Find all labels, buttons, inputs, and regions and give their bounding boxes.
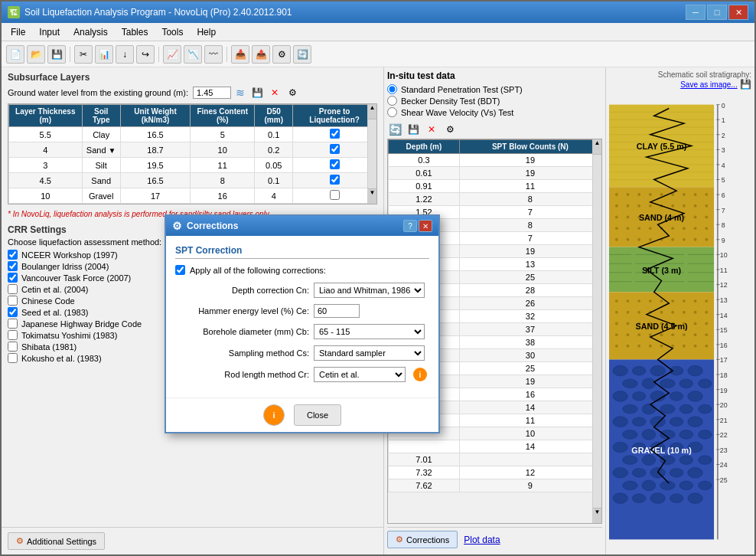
cell-soil-type[interactable]: Sand ▼	[82, 142, 120, 158]
cell-unit-weight[interactable]: 18.7	[120, 142, 190, 158]
dialog-help-btn[interactable]: i	[263, 404, 285, 426]
toolbar-import[interactable]: 📥	[231, 45, 249, 64]
spt-n-6[interactable]: 7	[459, 232, 601, 245]
spt-depth-23[interactable]: 7.01	[389, 453, 460, 466]
spt-n-12[interactable]: 32	[459, 310, 601, 323]
crr-checkbox-9[interactable]	[8, 353, 18, 363]
spt-n-8[interactable]: 13	[459, 258, 601, 271]
dialog-close-x-button[interactable]: ✕	[419, 220, 432, 232]
cell-fines[interactable]: 11	[191, 158, 255, 173]
spt-n-23[interactable]	[459, 453, 601, 466]
dialog-depth-select[interactable]: Liao and Whitman, 1986 Kayen et al., 199…	[314, 283, 425, 298]
dialog-help-button[interactable]: ?	[403, 220, 417, 232]
spt-n-11[interactable]: 26	[459, 297, 601, 310]
cell-prone[interactable]	[293, 188, 376, 204]
cell-prone[interactable]	[293, 158, 376, 173]
crr-checkbox-0[interactable]	[8, 250, 18, 260]
crr-checkbox-5[interactable]	[8, 307, 18, 317]
cell-unit-weight[interactable]: 19.5	[120, 158, 190, 173]
toolbar-chart[interactable]: 📈	[163, 45, 181, 64]
test-radio-2[interactable]	[387, 107, 397, 117]
cell-d50[interactable]: 0.2	[255, 142, 293, 158]
spt-delete-icon[interactable]: ✕	[424, 122, 439, 137]
cell-d50[interactable]: 0.1	[255, 127, 293, 142]
spt-n-4[interactable]: 7	[459, 206, 601, 219]
dialog-apply-checkbox[interactable]	[175, 265, 185, 275]
cell-fines[interactable]: 10	[191, 142, 255, 158]
dialog-hammer-input[interactable]	[314, 304, 360, 318]
water-save-icon[interactable]: 💾	[249, 85, 265, 100]
cell-thickness[interactable]: 3	[9, 158, 83, 173]
toolbar-cut[interactable]: ✂	[74, 45, 93, 64]
toolbar-new[interactable]: 📄	[6, 45, 24, 64]
spt-depth-3[interactable]: 1.22	[389, 193, 460, 206]
toolbar-open[interactable]: 📂	[27, 45, 45, 64]
toolbar-arrow-right[interactable]: ↪	[136, 45, 155, 64]
cell-fines[interactable]: 8	[191, 173, 255, 188]
toolbar-graph[interactable]: 📊	[95, 45, 113, 64]
crr-checkbox-6[interactable]	[8, 319, 18, 329]
cell-soil-type[interactable]: Clay	[82, 127, 120, 142]
spt-depth-1[interactable]: 0.61	[389, 167, 460, 180]
spt-n-14[interactable]: 38	[459, 336, 601, 349]
spt-depth-24[interactable]: 7.32	[389, 466, 460, 479]
crr-checkbox-1[interactable]	[8, 261, 18, 271]
cell-unit-weight[interactable]: 17	[120, 188, 190, 204]
spt-n-7[interactable]: 19	[459, 245, 601, 258]
spt-n-0[interactable]: 19	[459, 154, 601, 167]
menu-tools[interactable]: Tools	[155, 25, 189, 39]
cell-soil-type[interactable]: Silt	[82, 158, 120, 173]
spt-depth-22[interactable]	[389, 440, 460, 453]
cell-thickness[interactable]: 4.5	[9, 173, 83, 188]
menu-tables[interactable]: Tables	[116, 25, 155, 39]
crr-checkbox-7[interactable]	[8, 330, 18, 340]
spt-depth-2[interactable]: 0.91	[389, 180, 460, 193]
toolbar-arrow-down[interactable]: ↓	[116, 45, 134, 64]
maximize-button[interactable]: □	[707, 5, 727, 20]
cell-soil-type[interactable]: Gravel	[82, 188, 120, 204]
cell-prone[interactable]	[293, 173, 376, 188]
spt-depth-0[interactable]: 0.3	[389, 154, 460, 167]
cell-unit-weight[interactable]: 16.5	[120, 127, 190, 142]
cell-thickness[interactable]: 10	[9, 188, 83, 204]
spt-n-20[interactable]: 11	[459, 414, 601, 427]
save-as-image-link[interactable]: Save as image...	[680, 80, 737, 89]
spt-n-10[interactable]: 28	[459, 284, 601, 297]
cell-prone[interactable]	[293, 142, 376, 158]
crr-checkbox-3[interactable]	[8, 284, 18, 294]
minimize-button[interactable]: ─	[686, 5, 705, 20]
crr-checkbox-4[interactable]	[8, 296, 18, 306]
spt-n-17[interactable]: 19	[459, 375, 601, 388]
cell-d50[interactable]: 0.1	[255, 173, 293, 188]
toolbar-export[interactable]: 📤	[252, 45, 270, 64]
spt-refresh-icon[interactable]: 🔄	[387, 122, 402, 137]
spt-n-25[interactable]: 9	[459, 479, 601, 492]
test-radio-0[interactable]	[387, 84, 397, 94]
toolbar-bar[interactable]: 📉	[184, 45, 202, 64]
cell-thickness[interactable]: 5.5	[9, 127, 83, 142]
cell-thickness[interactable]: 4	[9, 142, 83, 158]
toolbar-save[interactable]: 💾	[47, 45, 66, 64]
toolbar-wave[interactable]: 〰	[204, 45, 223, 64]
toolbar-refresh[interactable]: 🔄	[293, 45, 311, 64]
spt-n-2[interactable]: 11	[459, 180, 601, 193]
crr-checkbox-2[interactable]	[8, 273, 18, 283]
dialog-sampling-select[interactable]: Standard sampler Sampler without liners	[314, 345, 425, 361]
menu-input[interactable]: Input	[33, 25, 66, 39]
toolbar-settings[interactable]: ⚙	[272, 45, 291, 64]
spt-n-1[interactable]: 19	[459, 167, 601, 180]
save-image-icon[interactable]: 💾	[740, 79, 751, 90]
cell-d50[interactable]: 0.05	[255, 158, 293, 173]
dialog-close-button[interactable]: Close	[294, 404, 341, 426]
spt-save-icon[interactable]: 💾	[406, 122, 421, 137]
dialog-borehole-select[interactable]: 65 - 115 115 - 150 > 150	[314, 324, 425, 339]
menu-analysis[interactable]: Analysis	[67, 25, 114, 39]
spt-n-15[interactable]: 30	[459, 349, 601, 362]
spt-depth-25[interactable]: 7.62	[389, 479, 460, 492]
water-level-input[interactable]	[193, 87, 231, 99]
spt-n-13[interactable]: 37	[459, 323, 601, 336]
spt-settings-icon[interactable]: ⚙	[442, 122, 458, 137]
cell-fines[interactable]: 5	[191, 127, 255, 142]
close-button[interactable]: ✕	[728, 5, 748, 20]
spt-n-24[interactable]: 12	[459, 466, 601, 479]
